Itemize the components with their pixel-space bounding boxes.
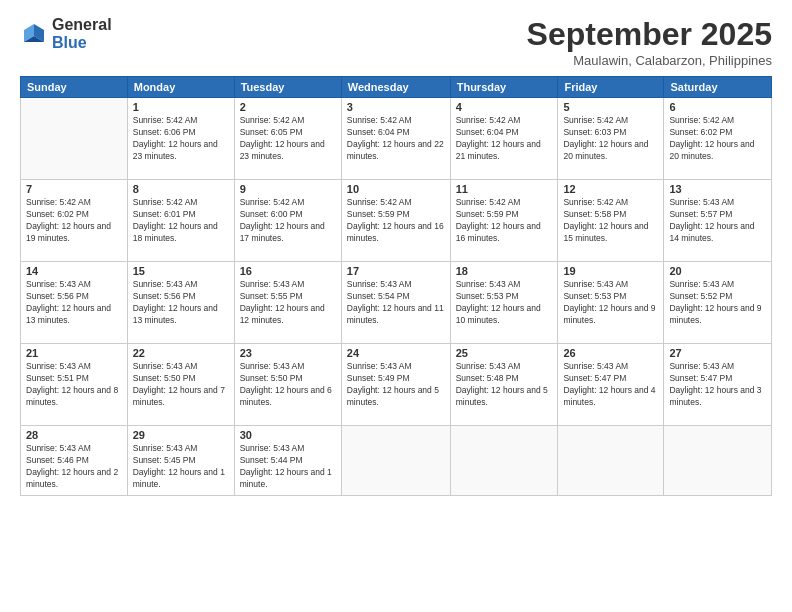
day-info: Sunrise: 5:43 AMSunset: 5:47 PMDaylight:… [563,361,658,409]
logo-icon [20,20,48,48]
day-number: 4 [456,101,553,113]
day-number: 16 [240,265,336,277]
day-info: Sunrise: 5:43 AMSunset: 5:57 PMDaylight:… [669,197,766,245]
day-info: Sunrise: 5:43 AMSunset: 5:56 PMDaylight:… [133,279,229,327]
day-info: Sunrise: 5:43 AMSunset: 5:55 PMDaylight:… [240,279,336,327]
header-friday: Friday [558,77,664,98]
day-cell: 18Sunrise: 5:43 AMSunset: 5:53 PMDayligh… [450,262,558,344]
day-info: Sunrise: 5:43 AMSunset: 5:56 PMDaylight:… [26,279,122,327]
day-cell: 6Sunrise: 5:42 AMSunset: 6:02 PMDaylight… [664,98,772,180]
day-number: 10 [347,183,445,195]
title-area: September 2025 Maulawin, Calabarzon, Phi… [527,16,772,68]
day-number: 28 [26,429,122,441]
header-thursday: Thursday [450,77,558,98]
day-cell: 27Sunrise: 5:43 AMSunset: 5:47 PMDayligh… [664,344,772,426]
day-info: Sunrise: 5:43 AMSunset: 5:44 PMDaylight:… [240,443,336,491]
day-cell: 19Sunrise: 5:43 AMSunset: 5:53 PMDayligh… [558,262,664,344]
day-cell: 17Sunrise: 5:43 AMSunset: 5:54 PMDayligh… [341,262,450,344]
day-cell: 23Sunrise: 5:43 AMSunset: 5:50 PMDayligh… [234,344,341,426]
day-number: 3 [347,101,445,113]
day-cell: 15Sunrise: 5:43 AMSunset: 5:56 PMDayligh… [127,262,234,344]
day-number: 26 [563,347,658,359]
day-info: Sunrise: 5:43 AMSunset: 5:53 PMDaylight:… [456,279,553,327]
day-number: 5 [563,101,658,113]
day-cell: 9Sunrise: 5:42 AMSunset: 6:00 PMDaylight… [234,180,341,262]
day-number: 14 [26,265,122,277]
day-number: 24 [347,347,445,359]
day-cell: 26Sunrise: 5:43 AMSunset: 5:47 PMDayligh… [558,344,664,426]
day-number: 6 [669,101,766,113]
day-number: 2 [240,101,336,113]
day-number: 20 [669,265,766,277]
calendar-table: Sunday Monday Tuesday Wednesday Thursday… [20,76,772,496]
day-info: Sunrise: 5:42 AMSunset: 6:02 PMDaylight:… [26,197,122,245]
day-number: 27 [669,347,766,359]
day-cell: 11Sunrise: 5:42 AMSunset: 5:59 PMDayligh… [450,180,558,262]
day-cell [21,98,128,180]
day-info: Sunrise: 5:42 AMSunset: 5:58 PMDaylight:… [563,197,658,245]
day-info: Sunrise: 5:43 AMSunset: 5:53 PMDaylight:… [563,279,658,327]
logo-blue: Blue [52,34,112,52]
week-row-3: 21Sunrise: 5:43 AMSunset: 5:51 PMDayligh… [21,344,772,426]
header: General Blue September 2025 Maulawin, Ca… [20,16,772,68]
day-number: 30 [240,429,336,441]
day-info: Sunrise: 5:42 AMSunset: 6:05 PMDaylight:… [240,115,336,163]
day-number: 17 [347,265,445,277]
location: Maulawin, Calabarzon, Philippines [527,53,772,68]
day-info: Sunrise: 5:43 AMSunset: 5:49 PMDaylight:… [347,361,445,409]
day-info: Sunrise: 5:42 AMSunset: 6:00 PMDaylight:… [240,197,336,245]
calendar-page: General Blue September 2025 Maulawin, Ca… [0,0,792,612]
day-cell: 25Sunrise: 5:43 AMSunset: 5:48 PMDayligh… [450,344,558,426]
day-cell: 4Sunrise: 5:42 AMSunset: 6:04 PMDaylight… [450,98,558,180]
day-cell: 14Sunrise: 5:43 AMSunset: 5:56 PMDayligh… [21,262,128,344]
month-title: September 2025 [527,16,772,53]
day-cell: 16Sunrise: 5:43 AMSunset: 5:55 PMDayligh… [234,262,341,344]
day-info: Sunrise: 5:43 AMSunset: 5:45 PMDaylight:… [133,443,229,491]
day-info: Sunrise: 5:42 AMSunset: 6:01 PMDaylight:… [133,197,229,245]
day-number: 1 [133,101,229,113]
week-row-2: 14Sunrise: 5:43 AMSunset: 5:56 PMDayligh… [21,262,772,344]
day-cell: 2Sunrise: 5:42 AMSunset: 6:05 PMDaylight… [234,98,341,180]
day-number: 29 [133,429,229,441]
day-number: 18 [456,265,553,277]
day-info: Sunrise: 5:42 AMSunset: 6:02 PMDaylight:… [669,115,766,163]
logo-general: General [52,16,112,34]
day-cell: 12Sunrise: 5:42 AMSunset: 5:58 PMDayligh… [558,180,664,262]
day-info: Sunrise: 5:43 AMSunset: 5:47 PMDaylight:… [669,361,766,409]
header-saturday: Saturday [664,77,772,98]
day-number: 21 [26,347,122,359]
day-cell: 10Sunrise: 5:42 AMSunset: 5:59 PMDayligh… [341,180,450,262]
logo-text: General Blue [52,16,112,51]
day-number: 25 [456,347,553,359]
day-info: Sunrise: 5:43 AMSunset: 5:52 PMDaylight:… [669,279,766,327]
header-sunday: Sunday [21,77,128,98]
day-cell: 1Sunrise: 5:42 AMSunset: 6:06 PMDaylight… [127,98,234,180]
day-number: 7 [26,183,122,195]
day-cell [558,426,664,496]
day-info: Sunrise: 5:42 AMSunset: 6:04 PMDaylight:… [456,115,553,163]
day-cell: 7Sunrise: 5:42 AMSunset: 6:02 PMDaylight… [21,180,128,262]
day-cell: 13Sunrise: 5:43 AMSunset: 5:57 PMDayligh… [664,180,772,262]
day-cell [450,426,558,496]
day-info: Sunrise: 5:43 AMSunset: 5:46 PMDaylight:… [26,443,122,491]
day-number: 22 [133,347,229,359]
day-info: Sunrise: 5:42 AMSunset: 5:59 PMDaylight:… [456,197,553,245]
day-cell: 21Sunrise: 5:43 AMSunset: 5:51 PMDayligh… [21,344,128,426]
header-tuesday: Tuesday [234,77,341,98]
day-cell: 30Sunrise: 5:43 AMSunset: 5:44 PMDayligh… [234,426,341,496]
day-number: 15 [133,265,229,277]
day-info: Sunrise: 5:43 AMSunset: 5:50 PMDaylight:… [133,361,229,409]
day-cell: 20Sunrise: 5:43 AMSunset: 5:52 PMDayligh… [664,262,772,344]
header-monday: Monday [127,77,234,98]
weekday-header-row: Sunday Monday Tuesday Wednesday Thursday… [21,77,772,98]
day-cell: 24Sunrise: 5:43 AMSunset: 5:49 PMDayligh… [341,344,450,426]
day-info: Sunrise: 5:43 AMSunset: 5:51 PMDaylight:… [26,361,122,409]
day-cell [664,426,772,496]
day-info: Sunrise: 5:42 AMSunset: 6:06 PMDaylight:… [133,115,229,163]
week-row-1: 7Sunrise: 5:42 AMSunset: 6:02 PMDaylight… [21,180,772,262]
day-number: 13 [669,183,766,195]
header-wednesday: Wednesday [341,77,450,98]
day-info: Sunrise: 5:43 AMSunset: 5:50 PMDaylight:… [240,361,336,409]
day-cell: 29Sunrise: 5:43 AMSunset: 5:45 PMDayligh… [127,426,234,496]
day-info: Sunrise: 5:42 AMSunset: 5:59 PMDaylight:… [347,197,445,245]
